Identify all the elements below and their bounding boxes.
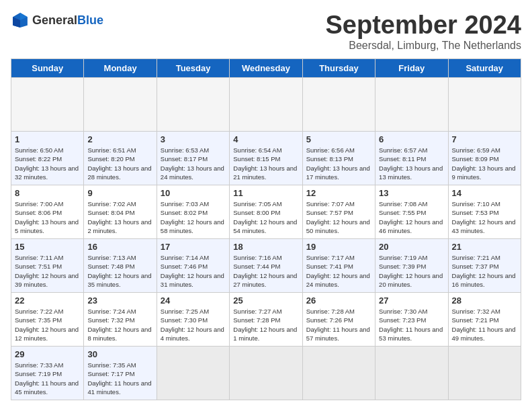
calendar-day-cell: 11Sunrise: 7:05 AM Sunset: 8:00 PM Dayli… bbox=[230, 185, 302, 239]
calendar-week-row: 8Sunrise: 7:00 AM Sunset: 8:06 PM Daylig… bbox=[11, 185, 521, 239]
calendar-day-cell bbox=[302, 347, 375, 400]
day-info: Sunrise: 6:53 AM Sunset: 8:17 PM Dayligh… bbox=[161, 146, 226, 181]
calendar-day-cell: 13Sunrise: 7:08 AM Sunset: 7:55 PM Dayli… bbox=[375, 185, 448, 239]
day-info: Sunrise: 7:33 AM Sunset: 7:19 PM Dayligh… bbox=[15, 361, 80, 396]
calendar-day-cell: 6Sunrise: 6:57 AM Sunset: 8:11 PM Daylig… bbox=[375, 132, 448, 185]
calendar-day-cell: 4Sunrise: 6:54 AM Sunset: 8:15 PM Daylig… bbox=[230, 132, 302, 185]
calendar-day-cell: 23Sunrise: 7:24 AM Sunset: 7:32 PM Dayli… bbox=[84, 293, 157, 347]
logo-text: GeneralBlue bbox=[32, 13, 103, 28]
day-number: 26 bbox=[306, 295, 371, 306]
calendar-day-cell: 3Sunrise: 6:53 AM Sunset: 8:17 PM Daylig… bbox=[157, 132, 229, 185]
day-info: Sunrise: 6:54 AM Sunset: 8:15 PM Dayligh… bbox=[233, 146, 298, 181]
day-info: Sunrise: 7:28 AM Sunset: 7:26 PM Dayligh… bbox=[306, 307, 371, 342]
calendar-week-row: 22Sunrise: 7:22 AM Sunset: 7:35 PM Dayli… bbox=[11, 293, 521, 347]
page-header: GeneralBlue September 2024 Beersdal, Lim… bbox=[11, 11, 521, 52]
day-number: 1 bbox=[15, 134, 80, 144]
day-info: Sunrise: 7:32 AM Sunset: 7:21 PM Dayligh… bbox=[452, 307, 517, 342]
day-number: 27 bbox=[379, 295, 444, 306]
calendar-day-cell bbox=[157, 347, 229, 400]
day-info: Sunrise: 6:50 AM Sunset: 8:22 PM Dayligh… bbox=[15, 146, 80, 181]
calendar-day-cell: 5Sunrise: 6:56 AM Sunset: 8:13 PM Daylig… bbox=[302, 132, 375, 185]
calendar-week-row: 15Sunrise: 7:11 AM Sunset: 7:51 PM Dayli… bbox=[11, 239, 521, 293]
calendar-day-cell bbox=[375, 78, 448, 132]
day-number: 30 bbox=[87, 349, 152, 359]
calendar-day-cell: 21Sunrise: 7:21 AM Sunset: 7:37 PM Dayli… bbox=[448, 239, 521, 293]
day-info: Sunrise: 7:11 AM Sunset: 7:51 PM Dayligh… bbox=[15, 253, 80, 289]
day-number: 25 bbox=[233, 295, 298, 306]
day-info: Sunrise: 7:22 AM Sunset: 7:35 PM Dayligh… bbox=[15, 307, 80, 342]
day-number: 7 bbox=[452, 134, 517, 144]
calendar-day-cell bbox=[157, 78, 229, 132]
day-number: 3 bbox=[161, 134, 226, 144]
day-info: Sunrise: 7:14 AM Sunset: 7:46 PM Dayligh… bbox=[161, 253, 226, 289]
calendar-day-cell: 16Sunrise: 7:13 AM Sunset: 7:48 PM Dayli… bbox=[84, 239, 157, 293]
day-number: 21 bbox=[452, 242, 517, 252]
title-block: September 2024 Beersdal, Limburg, The Ne… bbox=[326, 11, 522, 52]
day-number: 22 bbox=[15, 295, 80, 306]
calendar-header-sunday: Sunday bbox=[11, 59, 84, 78]
calendar-day-cell: 26Sunrise: 7:28 AM Sunset: 7:26 PM Dayli… bbox=[302, 293, 375, 347]
calendar-day-cell bbox=[230, 347, 302, 400]
day-number: 10 bbox=[161, 188, 226, 198]
day-info: Sunrise: 7:27 AM Sunset: 7:28 PM Dayligh… bbox=[233, 307, 298, 342]
day-info: Sunrise: 7:21 AM Sunset: 7:37 PM Dayligh… bbox=[452, 253, 517, 289]
day-info: Sunrise: 7:19 AM Sunset: 7:39 PM Dayligh… bbox=[379, 253, 444, 289]
calendar-header-wednesday: Wednesday bbox=[230, 59, 302, 78]
calendar-day-cell: 24Sunrise: 7:25 AM Sunset: 7:30 PM Dayli… bbox=[157, 293, 229, 347]
calendar-day-cell bbox=[230, 78, 302, 132]
calendar-day-cell: 7Sunrise: 6:59 AM Sunset: 8:09 PM Daylig… bbox=[448, 132, 521, 185]
calendar-day-cell: 14Sunrise: 7:10 AM Sunset: 7:53 PM Dayli… bbox=[448, 185, 521, 239]
calendar-day-cell bbox=[302, 78, 375, 132]
calendar-day-cell: 28Sunrise: 7:32 AM Sunset: 7:21 PM Dayli… bbox=[448, 293, 521, 347]
calendar-day-cell: 8Sunrise: 7:00 AM Sunset: 8:06 PM Daylig… bbox=[11, 185, 84, 239]
calendar-table: SundayMondayTuesdayWednesdayThursdayFrid… bbox=[11, 58, 521, 400]
day-info: Sunrise: 7:16 AM Sunset: 7:44 PM Dayligh… bbox=[233, 253, 298, 289]
day-info: Sunrise: 7:07 AM Sunset: 7:57 PM Dayligh… bbox=[306, 199, 371, 235]
calendar-day-cell bbox=[448, 78, 521, 132]
day-info: Sunrise: 7:24 AM Sunset: 7:32 PM Dayligh… bbox=[87, 307, 152, 342]
day-info: Sunrise: 6:51 AM Sunset: 8:20 PM Dayligh… bbox=[87, 146, 152, 181]
day-number: 8 bbox=[15, 188, 80, 198]
day-info: Sunrise: 7:30 AM Sunset: 7:23 PM Dayligh… bbox=[379, 307, 444, 342]
calendar-header-row: SundayMondayTuesdayWednesdayThursdayFrid… bbox=[11, 59, 521, 78]
day-number: 28 bbox=[452, 295, 517, 306]
day-number: 29 bbox=[15, 349, 80, 359]
calendar-day-cell: 2Sunrise: 6:51 AM Sunset: 8:20 PM Daylig… bbox=[84, 132, 157, 185]
calendar-day-cell bbox=[11, 78, 84, 132]
calendar-day-cell: 19Sunrise: 7:17 AM Sunset: 7:41 PM Dayli… bbox=[302, 239, 375, 293]
day-number: 5 bbox=[306, 134, 371, 144]
calendar-day-cell: 29Sunrise: 7:33 AM Sunset: 7:19 PM Dayli… bbox=[11, 347, 84, 400]
logo-icon bbox=[11, 11, 30, 30]
day-info: Sunrise: 7:35 AM Sunset: 7:17 PM Dayligh… bbox=[87, 361, 152, 396]
calendar-day-cell: 22Sunrise: 7:22 AM Sunset: 7:35 PM Dayli… bbox=[11, 293, 84, 347]
calendar-header-tuesday: Tuesday bbox=[157, 59, 229, 78]
calendar-day-cell: 18Sunrise: 7:16 AM Sunset: 7:44 PM Dayli… bbox=[230, 239, 302, 293]
day-number: 20 bbox=[379, 242, 444, 252]
day-number: 12 bbox=[306, 188, 371, 198]
day-number: 9 bbox=[87, 188, 152, 198]
calendar-day-cell: 1Sunrise: 6:50 AM Sunset: 8:22 PM Daylig… bbox=[11, 132, 84, 185]
calendar-day-cell: 15Sunrise: 7:11 AM Sunset: 7:51 PM Dayli… bbox=[11, 239, 84, 293]
calendar-day-cell: 9Sunrise: 7:02 AM Sunset: 8:04 PM Daylig… bbox=[84, 185, 157, 239]
day-info: Sunrise: 7:10 AM Sunset: 7:53 PM Dayligh… bbox=[452, 199, 517, 235]
calendar-day-cell bbox=[84, 78, 157, 132]
month-title: September 2024 bbox=[326, 11, 522, 40]
day-info: Sunrise: 7:25 AM Sunset: 7:30 PM Dayligh… bbox=[161, 307, 226, 342]
calendar-week-row bbox=[11, 78, 521, 132]
day-info: Sunrise: 7:00 AM Sunset: 8:06 PM Dayligh… bbox=[15, 199, 80, 235]
day-info: Sunrise: 7:08 AM Sunset: 7:55 PM Dayligh… bbox=[379, 199, 444, 235]
day-info: Sunrise: 6:59 AM Sunset: 8:09 PM Dayligh… bbox=[452, 146, 517, 181]
day-info: Sunrise: 6:56 AM Sunset: 8:13 PM Dayligh… bbox=[306, 146, 371, 181]
day-number: 14 bbox=[452, 188, 517, 198]
day-number: 19 bbox=[306, 242, 371, 252]
calendar-day-cell: 10Sunrise: 7:03 AM Sunset: 8:02 PM Dayli… bbox=[157, 185, 229, 239]
day-info: Sunrise: 6:57 AM Sunset: 8:11 PM Dayligh… bbox=[379, 146, 444, 181]
logo-blue: Blue bbox=[77, 13, 103, 27]
day-number: 18 bbox=[233, 242, 298, 252]
day-number: 15 bbox=[15, 242, 80, 252]
logo: GeneralBlue bbox=[11, 11, 103, 30]
calendar-header-thursday: Thursday bbox=[302, 59, 375, 78]
calendar-day-cell: 20Sunrise: 7:19 AM Sunset: 7:39 PM Dayli… bbox=[375, 239, 448, 293]
day-number: 2 bbox=[87, 134, 152, 144]
location-title: Beersdal, Limburg, The Netherlands bbox=[326, 40, 522, 52]
